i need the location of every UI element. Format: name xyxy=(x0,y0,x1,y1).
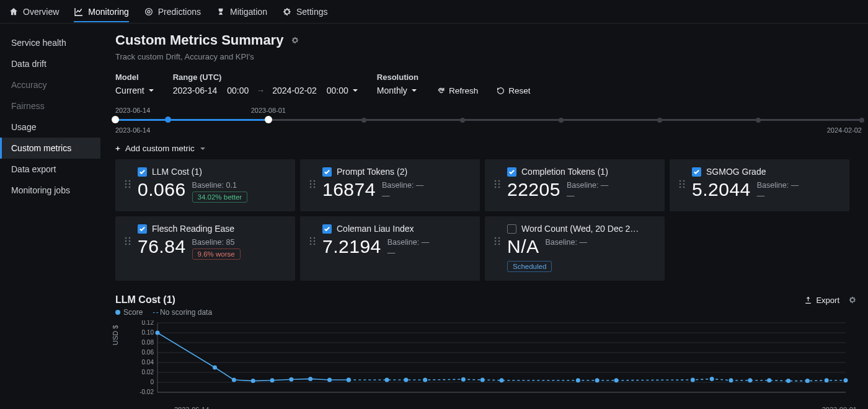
svg-point-84 xyxy=(748,378,752,382)
metric-card[interactable]: LLM Cost (1)0.066Baseline: 0.134.02% bet… xyxy=(115,159,295,211)
timeline-tick xyxy=(361,118,366,123)
metric-value: 7.2194 xyxy=(322,236,381,257)
metric-checkbox[interactable] xyxy=(138,224,147,234)
tab-settings[interactable]: Settings xyxy=(282,1,328,22)
svg-point-15 xyxy=(498,180,500,182)
y-axis-label: USD $ xyxy=(112,325,119,345)
drag-handle-icon[interactable] xyxy=(494,179,501,189)
svg-point-38 xyxy=(495,237,497,239)
sidebar-item-custom-metrics[interactable]: Custom metrics xyxy=(0,138,100,159)
timeline-slider[interactable]: 2023-06-14 2023-08-01 2023-06-14 2024-02… xyxy=(115,107,863,135)
svg-point-27 xyxy=(129,237,131,239)
page-settings-gear-icon[interactable] xyxy=(291,36,299,45)
timeline-handle-end[interactable] xyxy=(265,116,272,123)
chart-plot: 0.120.100.080.060.040.020-0.02 xyxy=(133,320,852,401)
svg-point-36 xyxy=(310,244,312,245)
metric-badge: Scheduled xyxy=(507,261,552,272)
svg-point-4 xyxy=(125,183,127,185)
metric-card[interactable]: Word Count (Wed, 20 Dec 2…N/ABaseline: —… xyxy=(485,216,665,281)
svg-point-25 xyxy=(683,187,685,188)
metric-checkbox[interactable] xyxy=(692,167,701,177)
plus-icon: + xyxy=(115,144,120,153)
svg-point-14 xyxy=(495,180,497,182)
reset-button[interactable]: Reset xyxy=(497,86,530,95)
sidebar-item-monitoring-jobs[interactable]: Monitoring jobs xyxy=(0,180,100,201)
metric-checkbox[interactable] xyxy=(507,167,516,177)
svg-point-62 xyxy=(156,331,160,335)
svg-point-32 xyxy=(310,237,312,239)
timeline-handle-mid[interactable] xyxy=(165,117,171,123)
model-dropdown[interactable]: Current xyxy=(115,86,154,95)
svg-point-24 xyxy=(680,187,681,188)
drag-handle-icon[interactable] xyxy=(494,236,501,246)
drag-handle-icon[interactable] xyxy=(124,179,131,189)
chart-title: LLM Cost (1) xyxy=(115,294,175,306)
metric-checkbox[interactable] xyxy=(322,224,332,234)
chevron-down-icon xyxy=(411,87,417,94)
metric-card[interactable]: Completion Tokens (1)22205Baseline: —— xyxy=(485,159,665,211)
svg-point-20 xyxy=(680,180,681,182)
tab-label: Mitigation xyxy=(230,7,267,17)
metric-card[interactable]: Coleman Liau Index7.2194Baseline: —— xyxy=(300,216,480,281)
timeline-label: 2023-08-01 xyxy=(251,107,286,114)
timeline-track[interactable] xyxy=(115,115,862,124)
metric-value: 76.84 xyxy=(138,236,186,257)
metric-title: Flesch Reading Ease xyxy=(152,224,234,234)
metric-checkbox[interactable] xyxy=(322,167,332,177)
add-custom-metric-button[interactable]: + Add custom metric xyxy=(115,144,863,153)
svg-text:0.10: 0.10 xyxy=(142,329,154,336)
range-selector: Range (UTC) 2023-06-14 00:00 → 2024-02-0… xyxy=(173,73,358,95)
drag-handle-icon[interactable] xyxy=(678,179,686,189)
svg-point-63 xyxy=(213,366,217,370)
metric-checkbox[interactable] xyxy=(138,167,147,177)
metric-title: LLM Cost (1) xyxy=(152,167,202,177)
tab-mitigation[interactable]: Mitigation xyxy=(216,1,267,22)
timeline-tick xyxy=(559,118,564,123)
timeline-tick xyxy=(859,118,864,123)
timeline-handle-start[interactable] xyxy=(112,116,119,123)
metric-extra: — xyxy=(382,191,423,200)
upload-icon xyxy=(804,296,812,304)
legend-dash-icon: - - xyxy=(153,308,157,317)
svg-point-68 xyxy=(308,377,312,381)
tab-predictions[interactable]: Predictions xyxy=(144,1,201,22)
metric-title: Prompt Tokens (2) xyxy=(337,167,407,177)
metric-value: 16874 xyxy=(322,179,376,200)
svg-point-2 xyxy=(125,180,127,182)
resolution-dropdown[interactable]: Monthly xyxy=(377,86,418,95)
tab-monitoring[interactable]: Monitoring xyxy=(74,1,128,22)
sidebar-item-usage[interactable]: Usage xyxy=(0,117,100,138)
svg-point-69 xyxy=(327,378,332,382)
metric-card[interactable]: Prompt Tokens (2)16874Baseline: —— xyxy=(300,159,480,211)
chevron-down-icon xyxy=(352,87,358,94)
svg-point-67 xyxy=(289,377,293,382)
chevron-down-icon xyxy=(200,146,206,152)
drag-handle-icon[interactable] xyxy=(124,236,131,246)
metric-baseline: Baseline: — xyxy=(388,238,429,247)
export-button[interactable]: Export xyxy=(804,296,839,305)
sidebar-item-fairness[interactable]: Fairness xyxy=(0,95,100,117)
svg-point-16 xyxy=(495,183,497,185)
refresh-button[interactable]: Refresh xyxy=(437,86,478,95)
svg-point-39 xyxy=(498,237,500,239)
svg-point-5 xyxy=(129,183,131,185)
svg-point-1 xyxy=(148,11,150,13)
sidebar-item-data-export[interactable]: Data export xyxy=(0,159,100,180)
sidebar-item-data-drift[interactable]: Data drift xyxy=(0,53,100,74)
tab-label: Settings xyxy=(296,7,328,17)
chart-settings-gear-icon[interactable] xyxy=(848,296,857,304)
metric-card[interactable]: Flesch Reading Ease76.84Baseline: 859.6%… xyxy=(115,216,295,281)
svg-text:0.08: 0.08 xyxy=(142,339,154,346)
sidebar-item-accuracy[interactable]: Accuracy xyxy=(0,74,100,95)
sidebar-item-service-health[interactable]: Service health xyxy=(0,32,100,53)
drag-handle-icon[interactable] xyxy=(309,179,316,189)
svg-text:0: 0 xyxy=(150,379,154,385)
range-dropdown[interactable]: 2023-06-14 00:00 → 2024-02-02 00:00 xyxy=(173,86,358,95)
drag-handle-icon[interactable] xyxy=(309,236,316,246)
metric-checkbox[interactable] xyxy=(507,224,516,234)
svg-point-35 xyxy=(314,240,316,242)
page-subtitle: Track custom Drift, Accuracy and KPI's xyxy=(115,52,863,61)
tab-overview[interactable]: Overview xyxy=(9,1,59,22)
chart-area[interactable]: USD $ 0.120.100.080.060.040.020-0.02 xyxy=(115,320,863,407)
metric-card[interactable]: SGMOG Grade5.2044Baseline: —— xyxy=(670,159,849,211)
